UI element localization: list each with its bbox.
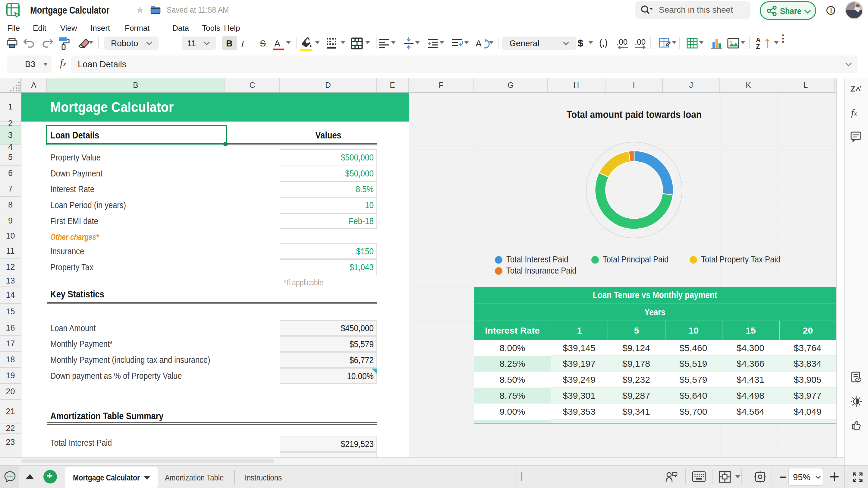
svg-text:a: a [355, 41, 358, 46]
